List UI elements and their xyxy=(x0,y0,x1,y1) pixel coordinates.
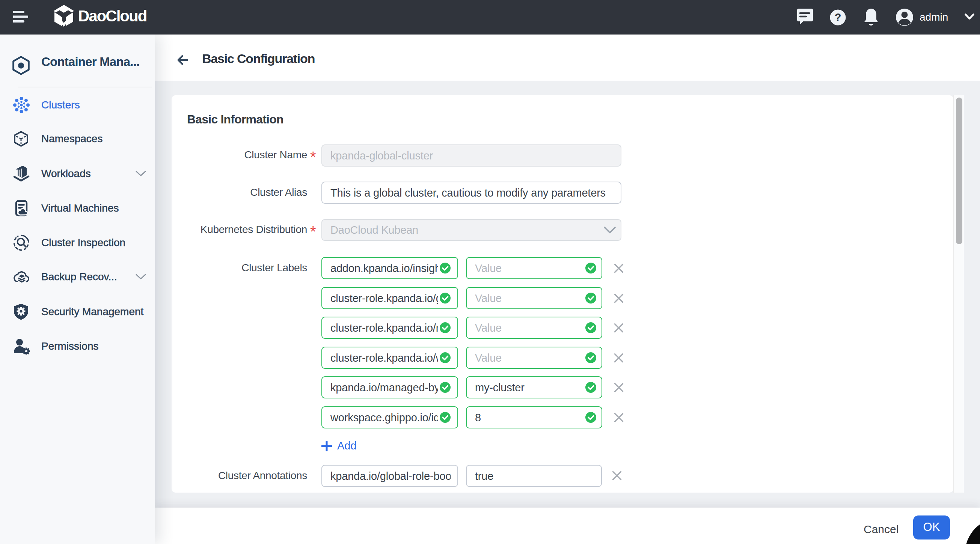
svg-text:?: ? xyxy=(835,11,842,23)
